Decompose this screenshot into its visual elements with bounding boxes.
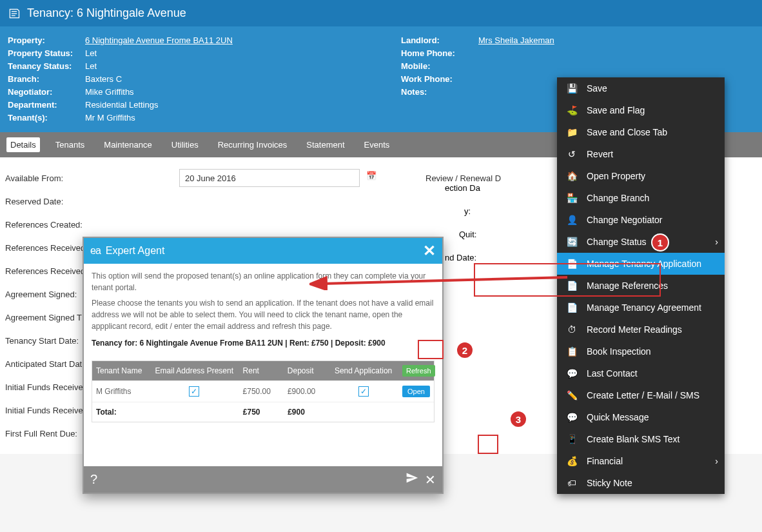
email-present-check: ✓	[189, 386, 199, 397]
label-department: Department:	[8, 99, 85, 112]
tab-statement[interactable]: Statement	[302, 137, 348, 152]
menu-label: Sticky Note	[587, 478, 632, 488]
menu-item-record-meter-readings[interactable]: ⏱Record Meter Readings	[557, 319, 725, 340]
menu-label: Change Negotiator	[587, 215, 663, 225]
label-branch: Branch:	[8, 73, 85, 86]
property-link[interactable]: 6 Nightingale Avenue Frome BA11 2UN	[85, 34, 401, 47]
menu-label: Manage Tenancy Agreement	[587, 302, 701, 313]
tab-maintenance[interactable]: Maintenance	[100, 137, 155, 152]
menu-item-save[interactable]: 💾Save	[557, 77, 725, 99]
value-tenants: Mr M Griffiths	[85, 112, 401, 124]
close-icon[interactable]: ✕	[423, 242, 436, 260]
menu-item-save-and-close-tab[interactable]: 📁Save and Close Tab	[557, 121, 725, 143]
chevron-right-icon: ›	[715, 456, 718, 466]
tenancy-icon	[8, 7, 21, 20]
modal-title: Expert Agent	[106, 245, 165, 257]
menu-item-book-inspection[interactable]: 📋Book Inspection	[557, 340, 725, 362]
modal-paragraph: Please choose the tenants you wish to se…	[92, 297, 435, 332]
tab-utilities[interactable]: Utilities	[168, 137, 202, 152]
tab-recurring-invoices[interactable]: Recurring Invoices	[214, 137, 291, 152]
menu-item-manage-tenancy-application[interactable]: 📄Manage Tenancy Application	[557, 253, 725, 275]
label-property: Property:	[8, 34, 85, 47]
menu-item-manage-references[interactable]: 📄Manage References	[557, 275, 725, 297]
menu-label: Create Blank SMS Text	[587, 434, 679, 444]
lbl-available-from: Available From:	[5, 173, 179, 183]
frag-quit: Quit:	[459, 230, 476, 239]
menu-icon: ⏱	[566, 324, 578, 335]
menu-item-sticky-note[interactable]: 🏷Sticky Note	[557, 472, 725, 494]
label-negotiator: Negotiator:	[8, 86, 85, 99]
frag-nd-date: nd Date:	[445, 253, 476, 262]
cell-tenant-name[interactable]: M Griffiths	[92, 382, 150, 401]
menu-label: Change Branch	[587, 193, 649, 203]
annotation-badge-2: 2	[456, 341, 474, 359]
menu-icon: 💬	[566, 368, 578, 379]
menu-icon: 🏠	[566, 171, 578, 181]
menu-item-quick-message[interactable]: 💬Quick Message	[557, 406, 725, 428]
send-icon[interactable]	[405, 471, 418, 488]
menu-item-change-negotiator[interactable]: 👤Change Negotiator	[557, 209, 725, 231]
menu-icon: 🔄	[566, 237, 578, 247]
menu-item-change-branch[interactable]: 🏪Change Branch	[557, 187, 725, 209]
modal-header: ea Expert Agent ✕	[84, 238, 442, 264]
page-header: Tenancy: 6 Nightingale Avenue	[0, 0, 762, 26]
menu-icon: 📋	[566, 346, 578, 357]
menu-label: Save and Flag	[587, 105, 645, 115]
label-mobile: Mobile:	[401, 60, 478, 73]
refresh-button[interactable]: Refresh	[402, 365, 435, 377]
tab-tenants[interactable]: Tenants	[52, 137, 89, 152]
landlord-link[interactable]: Mrs Sheila Jakeman	[478, 34, 754, 47]
menu-icon: ✏️	[566, 390, 578, 400]
menu-icon: 🏪	[566, 193, 578, 203]
label-home-phone: Home Phone:	[401, 47, 478, 60]
menu-item-create-blank-sms-text[interactable]: 📱Create Blank SMS Text	[557, 428, 725, 450]
value-property-status: Let	[85, 47, 401, 60]
menu-icon: 📄	[566, 281, 578, 291]
menu-icon: 👤	[566, 215, 578, 225]
menu-label: Financial	[587, 456, 623, 466]
help-icon[interactable]: ?	[90, 472, 97, 487]
tenant-table: Tenant Name Email Address Present Rent D…	[92, 360, 435, 422]
label-property-status: Property Status:	[8, 47, 85, 60]
menu-icon: ⛳	[566, 105, 578, 115]
tab-details[interactable]: Details	[6, 137, 40, 152]
close-footer-icon[interactable]: ✕	[425, 472, 436, 488]
value-branch: Baxters C	[85, 73, 401, 86]
menu-item-revert[interactable]: ↺Revert	[557, 143, 725, 165]
menu-icon: ↺	[566, 149, 578, 159]
modal-footer: ? ✕	[84, 466, 442, 493]
menu-item-last-contact[interactable]: 💬Last Contact	[557, 362, 725, 384]
menu-item-save-and-flag[interactable]: ⛳Save and Flag	[557, 99, 725, 121]
col-tenant-name: Tenant Name	[92, 361, 150, 380]
menu-item-financial[interactable]: 💰Financial›	[557, 450, 725, 472]
menu-label: Save	[587, 83, 607, 94]
send-application-check[interactable]: ✓	[358, 386, 369, 397]
lbl-references-created: References Created:	[5, 220, 179, 230]
value-department: Residential Lettings	[85, 99, 401, 112]
input-available-from[interactable]	[179, 169, 360, 187]
menu-item-manage-tenancy-agreement[interactable]: 📄Manage Tenancy Agreement	[557, 297, 725, 319]
chevron-right-icon: ›	[715, 237, 718, 247]
label-work-phone: Work Phone:	[401, 73, 478, 86]
menu-label: Book Inspection	[587, 346, 651, 357]
menu-icon: 📄	[566, 302, 578, 313]
menu-label: Open Property	[587, 171, 645, 181]
menu-label: Quick Message	[587, 412, 649, 422]
tab-events[interactable]: Events	[360, 137, 394, 152]
modal-summary: Tenancy for: 6 Nightingale Avenue Frome …	[92, 337, 435, 349]
menu-label: Record Meter Readings	[587, 324, 682, 335]
menu-item-create-letter-e-mail-sms[interactable]: ✏️Create Letter / E-Mail / SMS	[557, 384, 725, 406]
lbl-review-renewal: Review / Renewal D	[425, 173, 501, 183]
expert-agent-modal: ea Expert Agent ✕ This option will send …	[83, 237, 444, 494]
menu-item-open-property[interactable]: 🏠Open Property	[557, 165, 725, 187]
context-menu: 💾Save⛳Save and Flag📁Save and Close Tab↺R…	[557, 77, 725, 494]
menu-icon: 📱	[566, 434, 578, 444]
annotation-badge-3: 3	[509, 410, 527, 428]
value-tenancy-status: Let	[85, 60, 401, 73]
calendar-icon[interactable]: 📅	[366, 171, 380, 185]
menu-item-change-status[interactable]: 🔄Change Status›	[557, 231, 725, 253]
open-button[interactable]: Open	[402, 386, 430, 397]
value-negotiator: Mike Griffiths	[85, 86, 401, 99]
label-landlord: Landlord:	[401, 34, 478, 47]
menu-label: Create Letter / E-Mail / SMS	[587, 390, 699, 400]
